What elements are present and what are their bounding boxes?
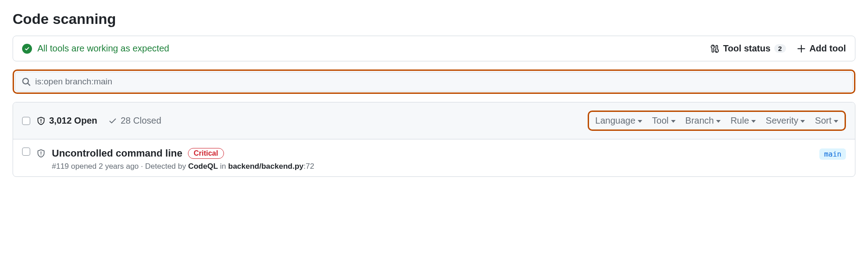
- closed-count-tab[interactable]: 28 Closed: [108, 116, 161, 126]
- chevron-down-icon: [638, 120, 642, 123]
- select-all-checkbox[interactable]: [22, 117, 30, 125]
- alerts-list-header: 3,012 Open 28 Closed Language Tool Branc…: [13, 102, 855, 139]
- filter-language[interactable]: Language: [595, 116, 642, 126]
- filter-branch[interactable]: Branch: [685, 116, 721, 126]
- open-count-tab[interactable]: 3,012 Open: [37, 116, 97, 126]
- page-title: Code scanning: [13, 11, 855, 28]
- alert-row[interactable]: Uncontrolled command line Critical #119 …: [13, 139, 855, 176]
- filter-rule[interactable]: Rule: [731, 116, 756, 126]
- search-icon: [22, 77, 31, 86]
- open-count-label: 3,012 Open: [49, 116, 97, 126]
- chevron-down-icon: [716, 120, 721, 123]
- chevron-down-icon: [751, 120, 756, 123]
- alert-meta: #119 opened 2 years ago · Detected by Co…: [52, 162, 813, 171]
- add-tool-label: Add tool: [809, 43, 846, 54]
- filter-tool[interactable]: Tool: [652, 116, 676, 126]
- status-message: All tools are working as expected: [37, 43, 169, 54]
- filter-sort[interactable]: Sort: [815, 116, 838, 126]
- wrench-icon: [710, 44, 719, 53]
- filters-highlight-box: Language Tool Branch Rule Severity Sort: [588, 111, 846, 131]
- chevron-down-icon: [834, 120, 838, 123]
- add-tool-button[interactable]: Add tool: [797, 43, 846, 54]
- alert-checkbox[interactable]: [22, 148, 30, 156]
- shield-alert-icon: [37, 149, 46, 158]
- search-highlight-box: [13, 69, 855, 94]
- alerts-list: 3,012 Open 28 Closed Language Tool Branc…: [13, 102, 855, 177]
- search-field-wrap[interactable]: [15, 72, 853, 92]
- shield-alert-icon: [37, 116, 46, 125]
- svg-point-2: [41, 155, 41, 156]
- check-circle-icon: [22, 44, 32, 54]
- status-message-wrap: All tools are working as expected: [22, 43, 703, 54]
- branch-badge: main: [819, 148, 846, 160]
- chevron-down-icon: [671, 120, 676, 123]
- tool-status-label: Tool status: [723, 43, 770, 54]
- tool-status-button[interactable]: Tool status 2: [710, 43, 786, 54]
- chevron-down-icon: [800, 120, 805, 123]
- check-icon: [108, 116, 117, 125]
- svg-point-1: [41, 122, 41, 123]
- search-input[interactable]: [35, 77, 846, 87]
- tool-status-count: 2: [774, 44, 786, 53]
- filter-severity[interactable]: Severity: [766, 116, 805, 126]
- tool-status-bar: All tools are working as expected Tool s…: [13, 36, 855, 61]
- plus-icon: [797, 44, 806, 53]
- severity-badge: Critical: [188, 148, 224, 159]
- alert-title: Uncontrolled command line: [52, 148, 183, 159]
- closed-count-label: 28 Closed: [121, 116, 161, 126]
